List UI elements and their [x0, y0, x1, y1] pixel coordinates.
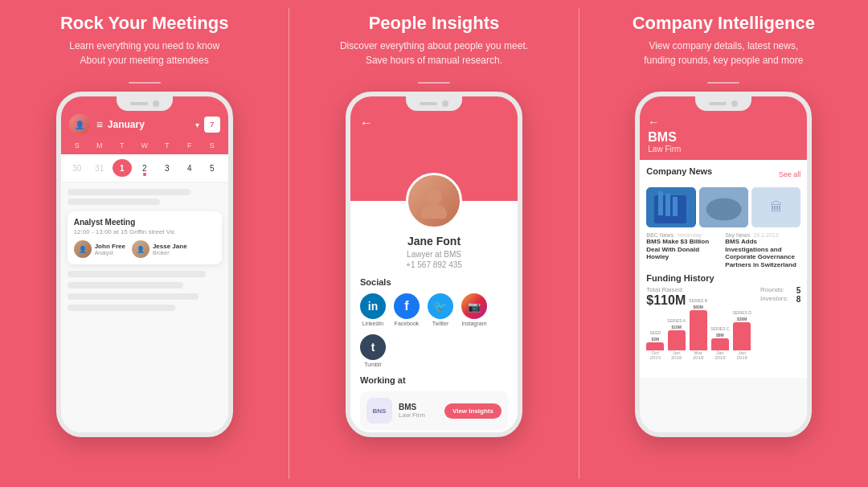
- company-logo: BNS: [366, 398, 392, 424]
- facebook-wrap[interactable]: f Facebook: [394, 293, 420, 326]
- phone-2-screen: ← Jane Font Lawyer at BMS +1 567 892 435: [350, 96, 518, 432]
- instagram-wrap[interactable]: 📷 Instagram: [461, 293, 487, 326]
- news-source-2: Sky News: [725, 232, 750, 238]
- linkedin-wrap[interactable]: in LinkedIn: [360, 293, 386, 326]
- linkedin-icon[interactable]: in: [360, 293, 386, 319]
- bar-series-label-a: SERIES A: [667, 318, 686, 323]
- company-header-name: BMS: [648, 130, 799, 145]
- instagram-label: Instagram: [461, 321, 486, 326]
- svg-point-1: [421, 204, 447, 219]
- working-at-label: Working at: [360, 375, 508, 385]
- phone-3-notch: [695, 96, 751, 111]
- bar-date-seed: Oct2015: [650, 350, 661, 360]
- investors-value: 8: [796, 295, 801, 304]
- news-items: BBC News Yesterday BMS Make $3 Billion D…: [646, 232, 800, 268]
- socials-row: in LinkedIn f Facebook 🐦: [360, 293, 508, 367]
- news-image-3: 🏛: [751, 187, 800, 227]
- event-person-1: 👤 John Free Analyst: [74, 240, 125, 258]
- bar-amount-seed: $2M: [651, 337, 659, 342]
- bar-series-a: SERIES A $10M Jan2016: [667, 318, 686, 360]
- building-svg: [646, 187, 695, 227]
- phone-3-screen: ← BMS Law Firm Company News See all: [640, 96, 807, 432]
- company-name: BMS: [399, 403, 438, 411]
- rounds-value: 5: [796, 286, 801, 295]
- calendar-icon[interactable]: 7: [204, 117, 220, 133]
- bar-date-c: Jan2018: [714, 350, 725, 360]
- back-arrow-icon[interactable]: ←: [648, 116, 799, 129]
- twitter-wrap[interactable]: 🐦 Twitter: [428, 293, 453, 326]
- news-item-1: BBC News Yesterday BMS Make $3 Billion D…: [646, 232, 722, 268]
- phone-2-notch: [406, 96, 462, 111]
- view-insights-button[interactable]: View Insights: [444, 403, 502, 419]
- tumblr-wrap[interactable]: t Tumblr: [360, 334, 386, 367]
- event-title: Analyst Meeting: [74, 218, 215, 227]
- bar-date-a: Jan2016: [671, 350, 682, 360]
- linkedin-label: LinkedIn: [362, 321, 383, 326]
- company-info: BMS Law Firm: [399, 403, 438, 419]
- phone-1: 👤 ≡ January ▾ 7 S M T W T F S: [56, 92, 233, 437]
- tumblr-icon[interactable]: t: [360, 334, 386, 360]
- company-header-type: Law Firm: [648, 145, 799, 153]
- funding-stats: Total Raised: $110M Rounds: 5 Investors:: [646, 286, 800, 308]
- svg-rect-5: [665, 194, 670, 216]
- news-date-1: Yesterday: [677, 232, 702, 238]
- avatar-svg: [416, 183, 452, 219]
- profile-phone: +1 567 892 435: [360, 260, 508, 269]
- bar-seed: SEED $2M Oct2015: [646, 330, 664, 360]
- news-image-2: [699, 187, 748, 227]
- facebook-icon[interactable]: f: [394, 293, 420, 319]
- twitter-label: Twitter: [432, 321, 449, 326]
- back-arrow-icon[interactable]: ←: [360, 116, 373, 130]
- person-2-avatar: 👤: [132, 240, 149, 258]
- twitter-icon[interactable]: 🐦: [428, 293, 453, 319]
- socials-label: Socials: [360, 277, 508, 287]
- section-company-intelligence: Company Intelligence View company detail…: [579, 0, 868, 487]
- person-2-role: Broker: [153, 250, 187, 256]
- placeholder-bar: [68, 282, 183, 289]
- section-subtitle-1: Learn everything you need to knowAbout y…: [69, 39, 219, 68]
- cap-svg: 🏛: [751, 187, 800, 227]
- placeholder-bar: [68, 189, 191, 195]
- svg-point-8: [706, 198, 741, 221]
- news-date-2: 19.1.2013: [753, 232, 778, 238]
- raised-amount: $110M: [646, 293, 686, 308]
- bar-series-b: SERIES B $60M Mar2018: [689, 298, 707, 360]
- section-title-3: Company Intelligence: [633, 13, 815, 34]
- funding-right: Rounds: 5 Investors: 8: [760, 286, 800, 308]
- event-time: 12:00 - 13:00 at 15 Griffin street Vic: [74, 228, 215, 235]
- event-card[interactable]: Analyst Meeting 12:00 - 13:00 at 15 Grif…: [68, 211, 222, 264]
- person-1-info: John Free Analyst: [95, 243, 125, 256]
- placeholder-bar: [68, 198, 160, 205]
- person-1-name: John Free: [95, 243, 125, 250]
- chevron-down-icon: ▾: [195, 121, 199, 129]
- news-images: 🏛: [646, 187, 800, 227]
- profile-header: ←: [350, 96, 518, 201]
- placeholder-bar: [68, 271, 207, 277]
- section-title-2: People Insights: [369, 13, 500, 34]
- person-2-name: Jesse Jane: [153, 243, 187, 250]
- bar-series-seed: SEED: [650, 330, 661, 335]
- news-text-1: BMS Make $3 Billion Deal With Donald How…: [646, 238, 722, 261]
- see-all-link[interactable]: See all: [779, 170, 801, 178]
- instagram-icon[interactable]: 📷: [461, 293, 487, 319]
- speaker-icon: [709, 102, 727, 105]
- calendar-content: Analyst Meeting 12:00 - 13:00 at 15 Grif…: [61, 182, 228, 322]
- svg-rect-4: [658, 191, 663, 215]
- facebook-label: Facebook: [395, 321, 420, 326]
- section-subtitle-3: View company details, latest news,fundin…: [644, 39, 803, 68]
- camera-icon: [442, 100, 448, 107]
- company-type: Law Firm: [399, 411, 438, 419]
- section-subtitle-2: Discover everything about people you mee…: [340, 39, 528, 68]
- bar-amount-b: $60M: [693, 305, 703, 309]
- section-people-insights: People Insights Discover everything abou…: [289, 0, 578, 487]
- bar-amount-a: $10M: [671, 325, 682, 329]
- profile-role: Lawyer at BMS: [360, 250, 508, 259]
- person-1-role: Analyst: [95, 250, 125, 256]
- news-item-2: Sky News 19.1.2013 BMS Adds Investigatio…: [725, 232, 800, 268]
- section-rock-meetings: Rock Your Meetings Learn everything you …: [0, 0, 289, 487]
- svg-text:🏛: 🏛: [770, 200, 783, 214]
- menu-icon: ≡: [96, 118, 103, 131]
- bar-amount-d: $30M: [737, 317, 747, 321]
- bar-date-d: Jan2019: [737, 350, 747, 360]
- speaker-icon: [130, 102, 148, 105]
